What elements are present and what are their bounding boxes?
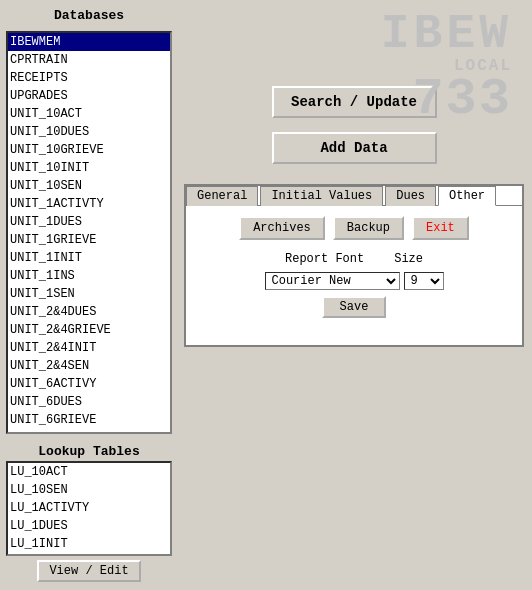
db-list-item[interactable]: UNIT_10DUES bbox=[8, 123, 170, 141]
db-list-item[interactable]: UNIT_10ACT bbox=[8, 105, 170, 123]
lookup-label: Lookup Tables bbox=[6, 444, 172, 459]
db-list-item[interactable]: UNIT_10SEN bbox=[8, 177, 170, 195]
tab-other[interactable]: Other bbox=[438, 186, 496, 206]
watermark-ibew: IBEW bbox=[381, 7, 512, 61]
db-list-item[interactable]: UNIT_10INIT bbox=[8, 159, 170, 177]
db-list-item[interactable]: CPRTRAIN bbox=[8, 51, 170, 69]
lookup-list-item[interactable]: LU_1INIT bbox=[8, 535, 170, 553]
tab-general[interactable]: General bbox=[186, 186, 258, 206]
exit-button[interactable]: Exit bbox=[412, 216, 469, 240]
report-font-label-row: Report Font Size bbox=[285, 252, 423, 266]
tab-content: Archives Backup Exit Report Font Size Co… bbox=[186, 205, 522, 345]
font-select[interactable]: Courier NewArialTimes New Roman bbox=[265, 272, 400, 290]
db-list-item[interactable]: UNIT_6ACTIVY bbox=[8, 375, 170, 393]
save-button[interactable]: Save bbox=[322, 296, 387, 318]
archives-button[interactable]: Archives bbox=[239, 216, 325, 240]
lookup-list-item[interactable]: LU_10ACT bbox=[8, 463, 170, 481]
db-list-item[interactable]: UNIT_10GRIEVE bbox=[8, 141, 170, 159]
lookup-section: Lookup Tables LU_10ACTLU_10SENLU_1ACTIVT… bbox=[6, 444, 172, 582]
add-data-button[interactable]: Add Data bbox=[272, 132, 437, 164]
db-list-item[interactable]: UNIT_1INS bbox=[8, 267, 170, 285]
search-update-button[interactable]: Search / Update bbox=[272, 86, 437, 118]
left-panel: Databases IBEWMEMCPRTRAINRECEIPTSUPGRADE… bbox=[0, 0, 178, 590]
db-list-item[interactable]: UNIT_1DUES bbox=[8, 213, 170, 231]
db-list-item[interactable]: UNIT_6GRIEVE bbox=[8, 411, 170, 429]
db-list-item[interactable]: UNIT_2&4DUES bbox=[8, 303, 170, 321]
main-container: Databases IBEWMEMCPRTRAINRECEIPTSUPGRADE… bbox=[0, 0, 532, 590]
action-buttons: Search / Update Add Data bbox=[184, 86, 524, 164]
db-list-item[interactable]: UNIT_1GRIEVE bbox=[8, 231, 170, 249]
db-list-item[interactable]: UNIT_2&4SEN bbox=[8, 357, 170, 375]
tab-area: GeneralInitial ValuesDuesOther Archives … bbox=[184, 184, 524, 347]
size-label: Size bbox=[394, 252, 423, 266]
lookup-list-item[interactable]: LU_10SEN bbox=[8, 481, 170, 499]
db-list-item[interactable]: UNIT_1SEN bbox=[8, 285, 170, 303]
size-select[interactable]: 89101112 bbox=[404, 272, 444, 290]
lookup-list-item[interactable]: LU_1ACTIVTY bbox=[8, 499, 170, 517]
tabs-row: GeneralInitial ValuesDuesOther bbox=[186, 186, 522, 206]
db-list-item[interactable]: UNIT_1INIT bbox=[8, 249, 170, 267]
watermark-local: LOCAL bbox=[381, 58, 512, 74]
view-edit-button[interactable]: View / Edit bbox=[37, 560, 140, 582]
report-font-label: Report Font bbox=[285, 252, 364, 266]
db-list-item[interactable]: RECEIPTS bbox=[8, 69, 170, 87]
db-list-item[interactable]: UPGRADES bbox=[8, 87, 170, 105]
report-font-controls: Courier NewArialTimes New Roman 89101112 bbox=[265, 272, 444, 290]
db-list-item[interactable]: UNIT_6DUES bbox=[8, 393, 170, 411]
db-list-item[interactable]: UNIT_2&4INIT bbox=[8, 339, 170, 357]
backup-button[interactable]: Backup bbox=[333, 216, 404, 240]
db-list-item[interactable]: UNIT_2&4GRIEVE bbox=[8, 321, 170, 339]
databases-label: Databases bbox=[6, 8, 172, 23]
tab-dues[interactable]: Dues bbox=[385, 186, 436, 206]
lookup-list-item[interactable]: LU_1DUES bbox=[8, 517, 170, 535]
databases-list[interactable]: IBEWMEMCPRTRAINRECEIPTSUPGRADESUNIT_10AC… bbox=[6, 31, 172, 434]
tab-initial-values[interactable]: Initial Values bbox=[260, 186, 383, 206]
db-list-item[interactable]: IBEWMEM bbox=[8, 33, 170, 51]
db-list-item[interactable]: UNIT_1ACTIVTY bbox=[8, 195, 170, 213]
lookup-list[interactable]: LU_10ACTLU_10SENLU_1ACTIVTYLU_1DUESLU_1I… bbox=[6, 461, 172, 556]
right-panel: IBEW LOCAL 733 Search / Update Add Data … bbox=[178, 0, 532, 590]
report-font-section: Report Font Size Courier NewArialTimes N… bbox=[196, 252, 512, 318]
tab-buttons-row: Archives Backup Exit bbox=[196, 216, 512, 240]
